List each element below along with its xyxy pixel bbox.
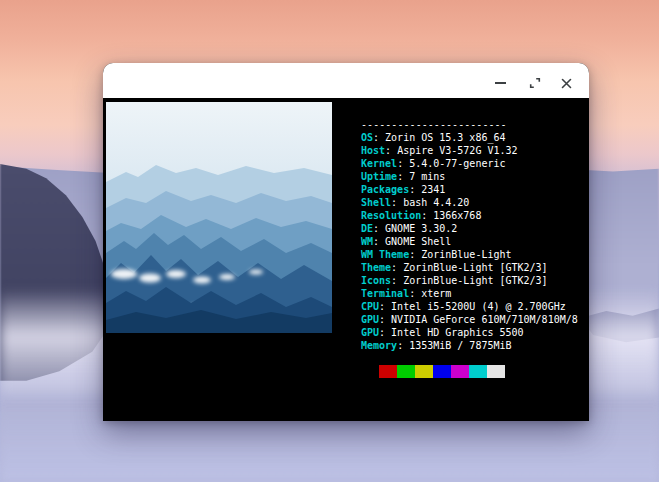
info-line: GPU:NVIDIA GeForce 610M/710M/810M/8 [361,313,587,326]
info-label: Packages [361,184,409,195]
info-label: Theme [361,262,391,273]
separator-line: ------------------------ [361,118,587,131]
info-label: OS [361,132,373,143]
palette-swatch [433,365,451,378]
info-value: 2341 [415,184,445,195]
info-value: ZorinBlue-Light [GTK2/3] [397,275,548,286]
info-value: 1366x768 [427,210,481,221]
info-line: Kernel:5.4.0-77-generic [361,157,587,170]
info-line: WM Theme:ZorinBlue-Light [361,248,587,261]
info-label: DE [361,223,373,234]
neofetch-info: ------------------------ OS:Zorin OS 15.… [361,118,587,378]
info-line: Shell:bash 4.4.20 [361,196,587,209]
info-line: WM:GNOME Shell [361,235,587,248]
info-label: Shell [361,197,391,208]
info-value: 5.4.0-77-generic [403,158,505,169]
info-line: Theme:ZorinBlue-Light [GTK2/3] [361,261,587,274]
palette-swatch [397,365,415,378]
palette-swatch [451,365,469,378]
info-value: bash 4.4.20 [397,197,469,208]
minimize-button[interactable] [487,70,513,96]
palette-swatch [361,365,379,378]
info-value: Aspire V3-572G V1.32 [391,145,517,156]
close-button[interactable] [553,70,579,96]
color-palette [361,365,587,378]
neofetch-mountain-photo [106,102,332,333]
info-line: Host:Aspire V3-572G V1.32 [361,144,587,157]
info-value: NVIDIA GeForce 610M/710M/810M/8 [385,314,578,325]
desktop: ------------------------ OS:Zorin OS 15.… [0,0,659,482]
info-label: Uptime [361,171,397,182]
info-value: GNOME Shell [379,236,451,247]
window-titlebar[interactable] [103,63,589,98]
info-label: Host [361,145,385,156]
info-label: Resolution [361,210,421,221]
info-label: Kernel [361,158,397,169]
info-label: WM [361,236,373,247]
info-value: ZorinBlue-Light [GTK2/3] [397,262,548,273]
info-line: GPU:Intel HD Graphics 5500 [361,326,587,339]
palette-swatch [469,365,487,378]
palette-swatch [379,365,397,378]
info-label: Icons [361,275,391,286]
info-value: Zorin OS 15.3 x86_64 [379,132,505,143]
minimize-icon [495,82,506,84]
info-line: DE:GNOME 3.30.2 [361,222,587,235]
info-line: Uptime:7 mins [361,170,587,183]
info-lines: OS:Zorin OS 15.3 x86_64 Host:Aspire V3-5… [361,131,587,352]
info-line: Memory:1353MiB / 7875MiB [361,339,587,352]
palette-swatch [415,365,433,378]
palette-swatch [487,365,505,378]
info-label: Terminal [361,288,409,299]
info-label: WM Theme [361,249,409,260]
info-label: Memory [361,340,397,351]
info-value: Intel HD Graphics 5500 [385,327,523,338]
info-label: CPU [361,301,379,312]
maximize-button[interactable] [522,70,548,96]
info-value: xterm [415,288,451,299]
info-line: Terminal:xterm [361,287,587,300]
info-value: 7 mins [403,171,445,182]
terminal-window: ------------------------ OS:Zorin OS 15.… [103,63,589,421]
maximize-icon [529,77,541,89]
close-icon [561,78,572,89]
info-value: Intel i5-5200U (4) @ 2.700GHz [385,301,566,312]
info-label: GPU [361,327,379,338]
info-value: 1353MiB / 7875MiB [403,340,511,351]
info-label: GPU [361,314,379,325]
terminal-screen[interactable]: ------------------------ OS:Zorin OS 15.… [103,98,589,421]
info-line: Icons:ZorinBlue-Light [GTK2/3] [361,274,587,287]
info-value: ZorinBlue-Light [415,249,511,260]
info-line: CPU:Intel i5-5200U (4) @ 2.700GHz [361,300,587,313]
info-value: GNOME 3.30.2 [379,223,457,234]
info-line: Resolution:1366x768 [361,209,587,222]
info-line: OS:Zorin OS 15.3 x86_64 [361,131,587,144]
info-line: Packages:2341 [361,183,587,196]
